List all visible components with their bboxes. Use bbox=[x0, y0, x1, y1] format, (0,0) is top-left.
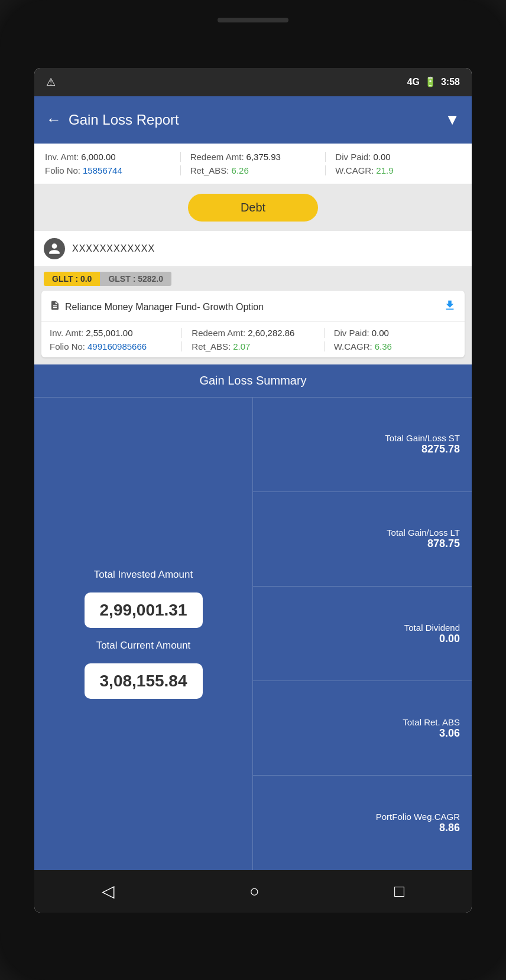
redeem-value: 6,375.93 bbox=[246, 152, 281, 162]
fund-redeem-value: 2,60,282.86 bbox=[248, 328, 294, 338]
summary-row-inv: Inv. Amt: 6,000.00 Redeem Amt: 6,375.93 … bbox=[45, 152, 461, 162]
fund-wcagr-value: 6.36 bbox=[375, 341, 392, 351]
summary-right: Total Gain/Loss ST 8275.78 Total Gain/Lo… bbox=[253, 398, 472, 870]
fund-div-paid-value: 0.00 bbox=[372, 328, 389, 338]
filter-icon[interactable]: ▼ bbox=[445, 110, 460, 129]
user-row: XXXXXXXXXXXX bbox=[34, 231, 472, 267]
wcagr-group: W.CAGR: 21.9 bbox=[335, 165, 461, 175]
wcagr-value: 21.9 bbox=[376, 165, 393, 175]
gllt-bar: GLLT : 0.0 GLST : 5282.0 bbox=[34, 267, 472, 286]
phone-screen: ⚠ 4G 🔋 3:58 ← Gain Loss Report ▼ Inv. Am… bbox=[34, 68, 472, 913]
portfolio-wcagr-value: 8.86 bbox=[439, 822, 460, 834]
portfolio-wcagr-label: PortFolio Weg.CAGR bbox=[376, 812, 460, 822]
category-section: Debt bbox=[34, 184, 472, 231]
user-avatar bbox=[44, 238, 65, 259]
nav-back-button[interactable]: ◁ bbox=[102, 881, 115, 901]
fund-folio-group: Folio No: 499160985666 bbox=[50, 341, 172, 351]
phone-outer: ⚠ 4G 🔋 3:58 ← Gain Loss Report ▼ Inv. Am… bbox=[0, 0, 506, 980]
fund-inv-value: 2,55,001.00 bbox=[86, 328, 132, 338]
fund-wcagr-label: W.CAGR: bbox=[334, 341, 372, 351]
total-dividend-item: Total Dividend 0.00 bbox=[253, 587, 472, 681]
fund-folio-value[interactable]: 499160985666 bbox=[87, 341, 147, 351]
div-paid-value: 0.00 bbox=[373, 152, 390, 162]
fund-redeem-label: Redeem Amt: bbox=[192, 328, 245, 338]
gain-loss-lt-label: Total Gain/Loss LT bbox=[387, 528, 460, 538]
app-title: Gain Loss Report bbox=[69, 112, 179, 128]
gain-loss-st-item: Total Gain/Loss ST 8275.78 bbox=[253, 398, 472, 492]
fund-section: GLLT : 0.0 GLST : 5282.0 Reliance Money … bbox=[34, 267, 472, 364]
fund-div-paid-label: Div Paid: bbox=[334, 328, 369, 338]
inv-label: Inv. Amt: bbox=[45, 152, 79, 162]
warning-icon: ⚠ bbox=[46, 76, 56, 89]
redeem-group: Redeem Amt: 6,375.93 bbox=[190, 152, 316, 162]
ret-abs-label: Ret_ABS: bbox=[190, 165, 229, 175]
fund-inv-group: Inv. Amt: 2,55,001.00 bbox=[50, 328, 172, 338]
ret-abs-group: Ret_ABS: 6.26 bbox=[190, 165, 316, 175]
div-paid-group: Div Paid: 0.00 bbox=[335, 152, 461, 162]
gain-loss-summary-section: Gain Loss Summary Total Invested Amount … bbox=[34, 364, 472, 870]
fund-divider1 bbox=[181, 328, 182, 338]
fund-divider4 bbox=[324, 341, 325, 351]
download-icon[interactable] bbox=[443, 299, 456, 315]
fund-wcagr-group: W.CAGR: 6.36 bbox=[334, 341, 456, 351]
total-ret-abs-label: Total Ret. ABS bbox=[403, 717, 460, 727]
total-current-value: 3,08,155.84 bbox=[100, 672, 187, 690]
back-button[interactable]: ← bbox=[46, 110, 61, 129]
battery-icon: 🔋 bbox=[424, 76, 436, 87]
gain-loss-st-label: Total Gain/Loss ST bbox=[385, 433, 460, 443]
fund-divider2 bbox=[324, 328, 325, 338]
fund-folio-label: Folio No: bbox=[50, 341, 85, 351]
fund-header: Reliance Money Manager Fund- Growth Opti… bbox=[41, 291, 465, 322]
nav-home-button[interactable]: ○ bbox=[249, 882, 260, 901]
total-ret-abs-item: Total Ret. ABS 3.06 bbox=[253, 681, 472, 776]
fund-details: Inv. Amt: 2,55,001.00 Redeem Amt: 2,60,2… bbox=[41, 322, 465, 357]
user-name: XXXXXXXXXXXX bbox=[72, 243, 155, 254]
total-invested-box: 2,99,001.31 bbox=[85, 592, 203, 628]
total-ret-abs-value: 3.06 bbox=[439, 727, 460, 740]
folio-value[interactable]: 15856744 bbox=[83, 165, 122, 175]
top-summary-card: Inv. Amt: 6,000.00 Redeem Amt: 6,375.93 … bbox=[34, 144, 472, 184]
gain-loss-lt-value: 878.75 bbox=[427, 538, 460, 550]
divider1 bbox=[180, 152, 181, 162]
total-dividend-value: 0.00 bbox=[439, 633, 460, 645]
app-bar: ← Gain Loss Report ▼ bbox=[34, 96, 472, 144]
status-right: 4G 🔋 3:58 bbox=[407, 76, 460, 87]
fund-doc-icon bbox=[50, 300, 60, 314]
fund-div-paid-group: Div Paid: 0.00 bbox=[334, 328, 456, 338]
fund-redeem-group: Redeem Amt: 2,60,282.86 bbox=[192, 328, 314, 338]
folio-group: Folio No: 15856744 bbox=[45, 165, 171, 175]
div-paid-label: Div Paid: bbox=[335, 152, 371, 162]
signal-indicator: 4G bbox=[407, 77, 420, 87]
time-display: 3:58 bbox=[441, 77, 460, 87]
nav-recent-button[interactable]: □ bbox=[394, 882, 404, 901]
fund-name: Reliance Money Manager Fund- Growth Opti… bbox=[65, 302, 264, 312]
gain-loss-lt-item: Total Gain/Loss LT 878.75 bbox=[253, 492, 472, 587]
app-bar-left: ← Gain Loss Report bbox=[46, 110, 179, 129]
total-current-label: Total Current Amount bbox=[96, 640, 191, 652]
fund-summary-row-inv: Inv. Amt: 2,55,001.00 Redeem Amt: 2,60,2… bbox=[50, 328, 456, 338]
category-button[interactable]: Debt bbox=[188, 194, 318, 222]
divider4 bbox=[325, 165, 326, 175]
ret-abs-value: 6.26 bbox=[232, 165, 249, 175]
fund-title-row: Reliance Money Manager Fund- Growth Opti… bbox=[50, 300, 264, 314]
status-left: ⚠ bbox=[46, 76, 56, 89]
gllt-tag: GLLT : 0.0 bbox=[44, 272, 100, 286]
fund-card: Reliance Money Manager Fund- Growth Opti… bbox=[41, 291, 465, 357]
total-invested-value: 2,99,001.31 bbox=[100, 601, 187, 619]
nav-bar: ◁ ○ □ bbox=[34, 870, 472, 913]
phone-speaker bbox=[218, 18, 288, 22]
inv-group: Inv. Amt: 6,000.00 bbox=[45, 152, 171, 162]
total-dividend-label: Total Dividend bbox=[404, 623, 460, 633]
divider3 bbox=[180, 165, 181, 175]
fund-ret-abs-group: Ret_ABS: 2.07 bbox=[192, 341, 314, 351]
summary-grid: Total Invested Amount 2,99,001.31 Total … bbox=[34, 398, 472, 870]
status-bar: ⚠ 4G 🔋 3:58 bbox=[34, 68, 472, 96]
fund-ret-abs-value: 2.07 bbox=[233, 341, 250, 351]
total-invested-label: Total Invested Amount bbox=[94, 569, 193, 581]
divider2 bbox=[325, 152, 326, 162]
fund-divider3 bbox=[181, 341, 182, 351]
summary-left: Total Invested Amount 2,99,001.31 Total … bbox=[34, 398, 253, 870]
gain-loss-st-value: 8275.78 bbox=[421, 443, 460, 455]
fund-summary-row-folio: Folio No: 499160985666 Ret_ABS: 2.07 W.C… bbox=[50, 341, 456, 351]
wcagr-label: W.CAGR: bbox=[335, 165, 374, 175]
